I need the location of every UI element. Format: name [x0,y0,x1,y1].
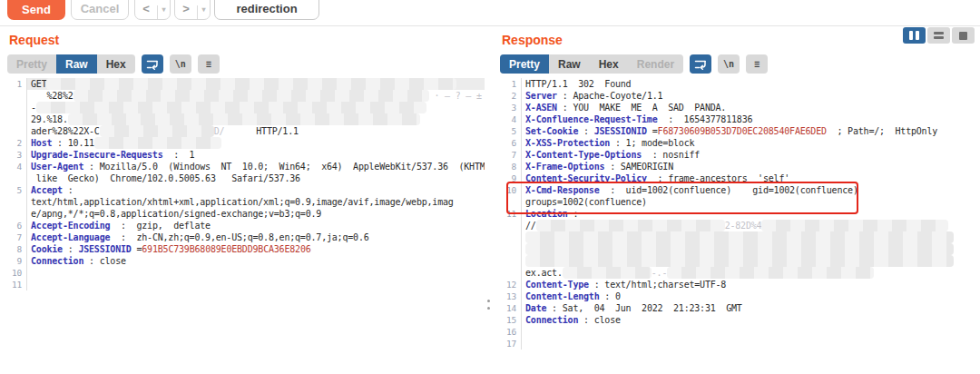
code-text: ; Path=/; HttpOnly [827,126,937,136]
code-text: : text/html;charset=UTF-8 [589,280,726,290]
follow-redirection-button[interactable]: Follow redirection [214,0,319,20]
line-content: - [27,102,485,113]
line-number: 5 [495,125,522,137]
line-content: Set-Cookie : JSESSIONID =F68730609B053D7… [522,125,980,137]
header-name: Cookie [31,244,63,254]
stacked-layout-button[interactable] [927,27,950,44]
line-number [0,125,27,137]
code-text: : 1654377811836 [658,114,753,124]
redacted-blur [68,113,420,125]
header-name: Accept-Language [31,232,110,242]
tab-pretty[interactable]: Pretty [500,54,549,74]
line-number [495,243,522,255]
redacted-blur [525,231,954,243]
request-code: 1GET %28%2 · – ? – ±-29.%18.ader%28%22X-… [0,76,485,290]
code-line: 9Connection : close [0,255,485,267]
chevron-down-icon[interactable]: ▾ [157,5,170,19]
header-name: User-Agent [31,162,83,172]
response-code: 1HTTP/1.1 302 Found2Server : Apache-Coyo… [495,76,980,349]
line-number: 7 [0,231,27,243]
code-line [495,231,980,243]
columns-layout-button[interactable] [903,27,926,44]
previous-arrow: < [135,2,157,19]
line-content: Content-Length : 0 [522,290,980,302]
line-content [522,243,980,255]
line-content: ader%28%22X-CD/ HTTP/1.1 [27,125,485,137]
send-button[interactable]: Send [7,0,65,20]
header-name: Host [31,138,52,148]
tab-render[interactable]: Render [628,54,683,74]
line-number: 9 [495,172,522,184]
header-name: X-Cmd-Response [525,185,600,195]
request-editor[interactable]: 1GET %28%2 · – ? – ±-29.%18.ader%28%22X-… [0,76,485,374]
code-text: : SAMEORIGIN [604,162,673,172]
header-name: Accept-Encoding [31,221,110,231]
header-name: JSESSIONID [78,244,131,254]
code-text: GET [31,79,46,89]
newline-icon[interactable]: \n [170,54,191,74]
cancel-button[interactable]: Cancel [71,0,129,20]
code-text: : nosniff [642,150,700,160]
wrap-icon[interactable] [142,54,163,74]
code-line: 15Connection : close [495,314,980,326]
code-line: text/html,application/xhtml+xml,applicat… [0,196,485,208]
response-editor[interactable]: 1HTTP/1.1 302 Found2Server : Apache-Coyo… [495,76,980,374]
newline-icon[interactable]: \n [718,54,740,74]
tab-hex[interactable]: Hex [97,54,135,74]
panel-splitter-handle[interactable] [487,300,491,310]
code-text: - [31,103,36,113]
next-request-button[interactable]: > ▾ [174,0,211,20]
code-text: : close [83,256,126,266]
line-content [522,338,980,349]
menu-icon[interactable]: ≡ [198,54,220,74]
response-panel-title: Response [502,33,563,47]
code-text: ex.act. [525,268,563,278]
line-number: 14 [495,302,522,314]
line-content: HTTP/1.1 302 Found [522,78,980,90]
code-text: : 0 [600,291,621,301]
line-content: Cookie : JSESSIONID =691B5C739B68089E0EB… [27,243,485,255]
code-line: 3Upgrade-Insecure-Requests : 1 [0,149,485,161]
header-name: X-Confluence-Request-Time [525,114,658,124]
line-content: Connection : close [522,314,980,326]
header-name: Content-Length [525,291,600,301]
redacted-blur [74,90,429,102]
redacted-blur [563,267,652,279]
line-number [495,267,522,279]
code-line: %28%2 · – ? – ± [0,90,485,102]
chevron-down-icon[interactable]: ▾ [197,5,210,19]
code-line [495,255,980,267]
line-content: Host : 10.11 [27,137,485,149]
code-text: : frame-ancestors 'self' [647,173,789,183]
code-line: 13Content-Length : 0 [495,290,980,302]
line-content [522,255,980,267]
line-content: //2-82D%4 [522,220,980,231]
next-arrow: > [175,2,197,19]
code-text: : [63,244,78,254]
line-number [0,90,27,102]
header-name: Accept [31,185,63,195]
single-layout-button[interactable] [952,27,975,44]
previous-request-button[interactable]: < ▾ [134,0,171,20]
code-line: 8Cookie : JSESSIONID =691B5C739B68089E0E… [0,243,485,255]
code-line: 8X-Frame-Options : SAMEORIGIN [495,161,980,172]
code-text: : zh-CN,zh;q=0.9,en-US;q=0.8,en;q=0.7,ja… [110,232,368,242]
line-number: 6 [0,220,27,231]
line-number [0,172,27,184]
line-number: 1 [495,78,522,90]
line-number: 4 [495,113,522,125]
tab-raw[interactable]: Raw [549,54,590,74]
menu-icon[interactable]: ≡ [746,54,768,74]
line-number [495,231,522,243]
wrap-icon[interactable] [690,54,711,74]
tab-raw[interactable]: Raw [56,54,97,74]
header-name: Content-Security-Policy [525,173,647,183]
code-line: e/apng,*/*;q=0.8,application/signed-exch… [0,208,485,220]
line-number [495,220,522,231]
code-text: : [578,126,593,136]
code-text: HTTP/1.1 302 Found [525,79,631,89]
tab-hex[interactable]: Hex [590,54,628,74]
request-panel-title: Request [9,33,59,47]
tab-pretty[interactable]: Pretty [7,54,56,74]
code-line: 10X-Cmd-Response : uid=1002(confluence) … [495,184,980,196]
